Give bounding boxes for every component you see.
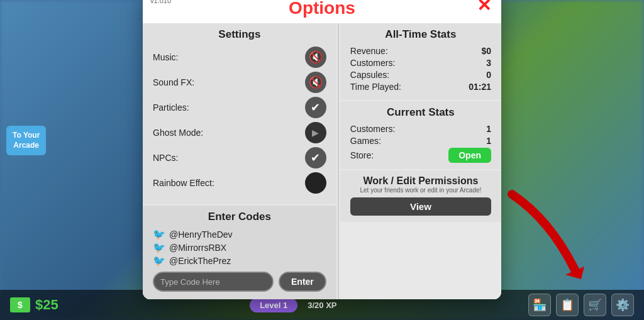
dialog-title: Options xyxy=(289,0,355,18)
view-permissions-button[interactable]: View xyxy=(350,197,491,216)
settings-section: Settings Music: 🔇 Sound FX: 🔇 Particles: xyxy=(143,23,336,204)
settings-title: Settings xyxy=(153,28,326,41)
twitter-icon-1: 🐦 xyxy=(153,228,165,240)
capsules-row: Capsules: 0 xyxy=(350,70,491,80)
rainbow-label: Rainbow Effect: xyxy=(153,178,214,188)
ghostmode-toggle[interactable]: ▶ xyxy=(305,122,326,143)
rainbow-toggle[interactable]: ● xyxy=(305,172,326,194)
all-time-stats-section: All-Time Stats Revenue: $0 Customers: 3 … xyxy=(340,23,501,100)
npcs-toggle[interactable]: ✔ xyxy=(305,147,326,168)
customers-alltime-row: Customers: 3 xyxy=(350,58,491,68)
particles-toggle[interactable]: ✔ xyxy=(305,97,326,118)
dialog-header: v1.010 Options ✕ xyxy=(143,0,501,23)
code-input-row: Enter xyxy=(153,272,326,292)
npcs-setting-row: NPCs: ✔ xyxy=(153,146,326,169)
dialog-body: Settings Music: 🔇 Sound FX: 🔇 Particles: xyxy=(143,23,501,299)
games-label: Games: xyxy=(350,136,381,146)
time-played-row: Time Played: 01:21 xyxy=(350,82,491,92)
codes-list: 🐦 @HenryTheDev 🐦 @MirrorrsRBX 🐦 @ErickTh… xyxy=(153,228,326,267)
permissions-title: Work / Edit Permissions xyxy=(350,175,491,187)
options-dialog: v1.010 Options ✕ Settings Music: 🔇 xyxy=(143,0,501,299)
all-time-stats-title: All-Time Stats xyxy=(350,28,491,41)
panel-separator xyxy=(338,23,339,299)
revenue-row: Revenue: $0 xyxy=(350,46,491,56)
permissions-subtitle: Let your friends work or edit in your Ar… xyxy=(350,187,491,194)
games-value: 1 xyxy=(486,136,491,146)
music-label: Music: xyxy=(153,52,178,62)
twitter-icon-3: 🐦 xyxy=(153,255,165,267)
soundfx-setting-row: Sound FX: 🔇 xyxy=(153,71,326,94)
music-toggle[interactable]: 🔇 xyxy=(305,47,326,68)
soundfx-label: Sound FX: xyxy=(153,77,194,87)
games-row: Games: 1 xyxy=(350,136,491,146)
particles-setting-row: Particles: ✔ xyxy=(153,96,326,119)
store-label: Store: xyxy=(350,150,374,160)
rainbow-setting-row: Rainbow Effect: ● xyxy=(153,172,326,194)
code-item-3: 🐦 @ErickThePrez xyxy=(153,255,326,267)
store-open-button[interactable]: Open xyxy=(448,148,491,163)
codes-title: Enter Codes xyxy=(153,211,326,223)
capsules-label: Capsules: xyxy=(350,70,389,80)
code-item-1: 🐦 @HenryTheDev xyxy=(153,228,326,240)
music-setting-row: Music: 🔇 xyxy=(153,46,326,69)
left-panel: Settings Music: 🔇 Sound FX: 🔇 Particles: xyxy=(143,23,336,299)
customers-current-value: 1 xyxy=(486,124,491,134)
code-input-field[interactable] xyxy=(153,272,274,292)
customers-current-label: Customers: xyxy=(350,124,396,134)
right-panel: All-Time Stats Revenue: $0 Customers: 3 … xyxy=(340,23,501,299)
customers-alltime-value: 3 xyxy=(486,58,491,68)
enter-code-button[interactable]: Enter xyxy=(279,272,326,292)
revenue-label: Revenue: xyxy=(350,46,388,56)
store-row: Store: Open xyxy=(350,148,491,163)
npcs-label: NPCs: xyxy=(153,153,178,163)
close-button[interactable]: ✕ xyxy=(474,0,494,16)
particles-label: Particles: xyxy=(153,102,189,113)
code-account-2: @MirrorrsRBX xyxy=(169,243,226,253)
current-stats-section: Current Stats Customers: 1 Games: 1 Stor… xyxy=(340,101,501,169)
revenue-value: $0 xyxy=(481,46,491,56)
permissions-section: Work / Edit Permissions Let your friends… xyxy=(340,170,501,222)
ghostmode-label: Ghost Mode: xyxy=(153,128,203,138)
customers-alltime-label: Customers: xyxy=(350,58,396,68)
capsules-value: 0 xyxy=(486,70,491,80)
twitter-icon-2: 🐦 xyxy=(153,241,165,253)
time-played-label: Time Played: xyxy=(350,82,401,92)
codes-section: Enter Codes 🐦 @HenryTheDev 🐦 @MirrorrsRB… xyxy=(143,206,336,299)
customers-current-row: Customers: 1 xyxy=(350,124,491,134)
ghostmode-setting-row: Ghost Mode: ▶ xyxy=(153,121,326,144)
version-label: v1.010 xyxy=(150,0,171,4)
code-account-1: @HenryTheDev xyxy=(169,229,233,240)
code-account-3: @ErickThePrez xyxy=(169,256,231,266)
soundfx-toggle[interactable]: 🔇 xyxy=(305,72,326,93)
current-stats-title: Current Stats xyxy=(350,106,491,119)
code-item-2: 🐦 @MirrorrsRBX xyxy=(153,241,326,253)
dialog-overlay: v1.010 Options ✕ Settings Music: 🔇 xyxy=(0,0,644,320)
time-played-value: 01:21 xyxy=(469,82,491,92)
